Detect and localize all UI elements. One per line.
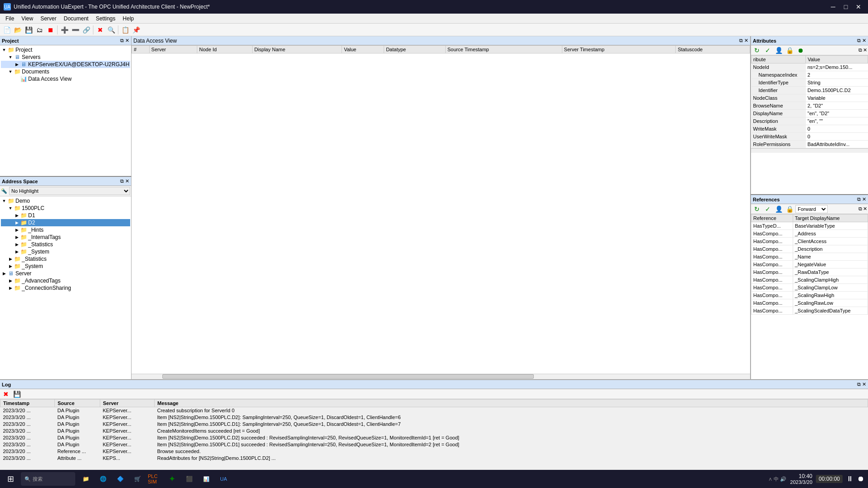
expand-arrow-hints[interactable]: ▶ [14, 228, 20, 232]
taskbar-plcsim-btn[interactable]: PLC SIM [148, 472, 161, 486]
taskbar-browser-btn[interactable]: 🌐 [96, 472, 110, 486]
attr-scrollbar[interactable] [751, 148, 868, 153]
tree-item-project[interactable]: ▼ 📁 Project [1, 46, 130, 54]
attributes-float-btn[interactable]: ⧉ [857, 38, 861, 44]
expand-arrow-servers[interactable]: ▼ [7, 55, 14, 59]
ref-direction-select[interactable]: Forward Backward [795, 205, 828, 213]
open-button[interactable]: 📂 [13, 25, 23, 35]
taskbar-pause-btn[interactable]: ⏸ [846, 475, 853, 483]
tree-system[interactable]: ▶ 📁 _System [1, 263, 130, 270]
expand-arrow-internaltags[interactable]: ▶ [14, 235, 20, 239]
attr-settings-btn[interactable]: ✕ [863, 47, 867, 53]
references-close-btn[interactable]: ✕ [862, 196, 866, 202]
references-float-btn[interactable]: ⧉ [857, 196, 861, 202]
ref-refresh-btn[interactable]: ↻ [752, 204, 762, 214]
add-server-button[interactable]: ➕ [59, 25, 69, 35]
menu-file[interactable]: File [2, 15, 18, 23]
ref-check-btn[interactable]: ✓ [763, 204, 773, 214]
expand-arrow-server[interactable]: ▶ [1, 271, 7, 276]
project-close-btn[interactable]: ✕ [125, 38, 129, 44]
log-save-btn[interactable]: 💾 [12, 389, 22, 399]
expand-arrow-advancedtags[interactable]: ▶ [7, 278, 14, 283]
tree-d1[interactable]: ▶ 📁 D1 [1, 212, 130, 219]
tree-advancedtags[interactable]: ▶ 📁 _AdvancedTags [1, 277, 130, 284]
menu-settings[interactable]: Settings [92, 15, 119, 23]
expand-arrow-statistics-sub[interactable]: ▶ [14, 242, 20, 247]
taskbar-uaexpert-btn[interactable]: UA [217, 472, 230, 486]
tree-d2[interactable]: ▶ 📁 D2 [1, 219, 130, 226]
log-expand-btn[interactable]: ⧉ [857, 381, 861, 387]
ref-user-btn[interactable]: 👤 [774, 204, 784, 214]
attr-icon1-btn[interactable]: 👤 [774, 45, 784, 55]
log-close-btn[interactable]: ✕ [862, 381, 866, 387]
address-space-close-btn[interactable]: ✕ [125, 178, 129, 184]
tree-statistics-sub[interactable]: ▶ 📁 _Statistics [1, 241, 130, 248]
attr-refresh-btn[interactable]: ↻ [752, 45, 762, 55]
cancel-button[interactable]: ✖ [95, 25, 105, 35]
attributes-close-btn[interactable]: ✕ [862, 38, 866, 44]
taskbar-terminal-btn[interactable]: ⬛ [182, 472, 196, 486]
project-float-btn[interactable]: ⧉ [120, 38, 124, 44]
tree-item-kepserver[interactable]: ▶ 🖥 KEPServerEX/UA@DESKTOP-U2RGJ4H [1, 61, 130, 68]
taskbar-green-btn[interactable]: ✦ [165, 472, 179, 486]
taskbar-edge-btn[interactable]: 🔷 [113, 472, 127, 486]
expand-arrow-project[interactable]: ▼ [1, 48, 7, 52]
stop-button[interactable]: ⏹ [45, 25, 55, 35]
taskbar-search[interactable]: 🔍 搜索 [21, 472, 75, 486]
tree-item-data-access-view[interactable]: ▶ 📊 Data Access View [1, 75, 130, 83]
menu-server[interactable]: Server [37, 15, 60, 23]
expand-arrow-demo[interactable]: ▼ [1, 199, 7, 203]
expand-arrow-d2[interactable]: ▶ [14, 220, 20, 225]
attr-expand-btn[interactable]: ⧉ [858, 47, 862, 53]
taskbar-store-btn[interactable]: 🛒 [131, 472, 144, 486]
attr-icon3-btn[interactable]: ⏺ [795, 45, 805, 55]
taskbar-record-btn[interactable]: ⏺ [857, 475, 864, 483]
tree-connectionsharing[interactable]: ▶ 📁 _ConnectionSharing [1, 284, 130, 292]
dav-float-btn[interactable]: ⧉ [739, 38, 743, 44]
remove-server-button[interactable]: ➖ [70, 25, 80, 35]
address-space-float-btn[interactable]: ⧉ [120, 178, 124, 184]
ref-expand-btn[interactable]: ⧉ [858, 206, 862, 212]
menu-view[interactable]: View [18, 15, 37, 23]
ref-settings-btn[interactable]: ✕ [863, 206, 867, 212]
tree-demo[interactable]: ▼ 📁 Demo [1, 197, 130, 205]
paste-button[interactable]: 📌 [131, 25, 141, 35]
menu-help[interactable]: Help [119, 15, 138, 23]
tree-server[interactable]: ▶ 🖥 Server [1, 270, 130, 277]
minimize-button[interactable]: ─ [827, 2, 839, 11]
ref-lock-btn[interactable]: 🔒 [785, 204, 795, 214]
expand-arrow-documents[interactable]: ▼ [7, 69, 14, 74]
tree-item-servers[interactable]: ▼ 🖥 Servers [1, 54, 130, 61]
expand-arrow-system-sub[interactable]: ▶ [14, 249, 20, 254]
taskbar-monitoring-btn[interactable]: 📊 [200, 472, 213, 486]
log-clear-btn[interactable]: ✖ [1, 389, 11, 399]
close-button[interactable]: ✕ [853, 2, 864, 11]
tree-hints[interactable]: ▶ 📁 _Hints [1, 226, 130, 234]
search-button[interactable]: 🔍 [106, 25, 116, 35]
tree-item-documents[interactable]: ▼ 📁 Documents [1, 68, 130, 75]
taskbar-start[interactable]: ⊞ [4, 472, 17, 486]
tree-1500plc[interactable]: ▼ 📁 1500PLC [1, 205, 130, 212]
connect-button[interactable]: 🔗 [81, 25, 91, 35]
expand-arrow-kepserver[interactable]: ▶ [14, 62, 20, 67]
new-button[interactable]: 📄 [2, 25, 12, 35]
copy-button[interactable]: 📋 [120, 25, 130, 35]
expand-arrow-connectionsharing[interactable]: ▶ [7, 286, 14, 290]
save-all-button[interactable]: 🗂 [34, 25, 44, 35]
dav-scrollbar[interactable] [132, 374, 750, 379]
expand-arrow-d1[interactable]: ▶ [14, 213, 20, 218]
highlight-filter[interactable]: No Highlight Highlight [9, 187, 130, 195]
taskbar-files-btn[interactable]: 📁 [79, 472, 93, 486]
attr-check-btn[interactable]: ✓ [763, 45, 773, 55]
tree-internaltags[interactable]: ▶ 📁 _InternalTags [1, 234, 130, 241]
expand-arrow-system[interactable]: ▶ [7, 264, 14, 268]
tree-statistics[interactable]: ▶ 📁 _Statistics [1, 255, 130, 263]
expand-arrow-1500plc[interactable]: ▼ [7, 206, 14, 210]
attr-icon2-btn[interactable]: 🔒 [785, 45, 795, 55]
maximize-button[interactable]: □ [840, 2, 852, 11]
dav-close-btn[interactable]: ✕ [744, 38, 748, 44]
expand-arrow-statistics[interactable]: ▶ [7, 257, 14, 261]
save-button[interactable]: 💾 [24, 25, 34, 35]
tree-system-sub[interactable]: ▶ 📁 _System [1, 248, 130, 255]
menu-document[interactable]: Document [60, 15, 92, 23]
